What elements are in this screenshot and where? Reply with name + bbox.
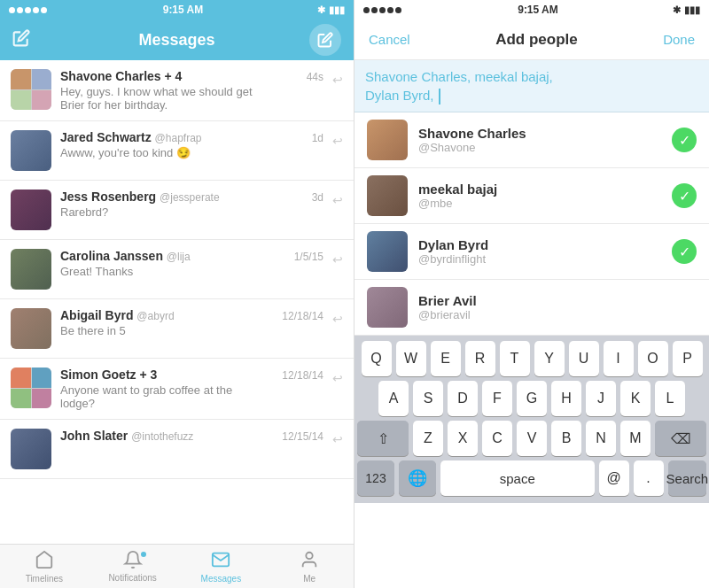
people-list: Shavone Charles @Shavone ✓ meekal bajaj … <box>354 112 709 336</box>
people-item[interactable]: Dylan Byrd @byrdinflight ✓ <box>354 224 709 280</box>
key-n[interactable]: N <box>586 421 616 456</box>
tab-me-label: Me <box>303 574 316 584</box>
message-content: Abigail Byrd @abyrd 12/18/14 Be there in… <box>60 308 323 337</box>
avatar <box>11 308 51 349</box>
key-t[interactable]: T <box>500 341 530 376</box>
reply-icon: ↩ <box>332 193 343 207</box>
people-item[interactable]: Brier Avil @brieravil <box>354 280 709 336</box>
key-v[interactable]: V <box>517 421 547 456</box>
space-key[interactable]: space <box>440 460 595 496</box>
people-handle: @brieravil <box>418 308 697 321</box>
right-battery-icon: ▮▮▮ <box>684 4 700 16</box>
key-z[interactable]: Z <box>413 421 443 456</box>
right-status-time: 9:15 AM <box>518 4 558 16</box>
key-p[interactable]: P <box>673 341 703 376</box>
message-content: Shavone Charles + 4 44s Hey, guys. I kno… <box>60 69 323 112</box>
tab-me[interactable]: Me <box>265 545 354 588</box>
tab-notifications[interactable]: Notifications <box>89 545 177 588</box>
tab-bar: Timelines Notifications Messages <box>0 544 354 588</box>
message-content: Jess Rosenberg @jessperate 3d Rarebrd? <box>60 190 323 219</box>
selected-check-icon: ✓ <box>672 128 697 152</box>
key-b[interactable]: B <box>551 421 581 456</box>
key-x[interactable]: X <box>448 421 478 456</box>
key-r[interactable]: R <box>465 341 495 376</box>
key-u[interactable]: U <box>569 341 599 376</box>
key-e[interactable]: E <box>431 341 461 376</box>
key-f[interactable]: F <box>482 381 512 416</box>
new-message-button[interactable] <box>309 24 341 56</box>
shift-key[interactable]: ⇧ <box>357 421 409 456</box>
avatar <box>11 429 51 469</box>
left-panel: 9:15 AM ✱ ▮▮▮ Messages <box>0 0 354 588</box>
message-time: 3d <box>312 191 323 204</box>
cancel-button[interactable]: Cancel <box>369 32 410 47</box>
right-panel: 9:15 AM ✱ ▮▮▮ Cancel Add people Done Sha… <box>354 0 709 588</box>
key-s[interactable]: S <box>413 381 443 416</box>
message-item[interactable]: Jared Schwartz @hapfrap 1d Awww, you're … <box>0 121 354 181</box>
reply-icon: ↩ <box>332 252 343 267</box>
people-handle: @mbe <box>418 197 661 210</box>
key-a[interactable]: A <box>378 381 409 416</box>
key-g[interactable]: G <box>517 381 547 416</box>
keyboard-row-2: A S D F G H J K L <box>357 381 706 416</box>
search-key[interactable]: Search <box>668 460 706 496</box>
message-item[interactable]: John Slater @intothefuzz 12/15/14 ↩ <box>0 420 354 479</box>
message-item[interactable]: Abigail Byrd @abyrd 12/18/14 Be there in… <box>0 299 354 359</box>
key-w[interactable]: W <box>396 341 426 376</box>
key-o[interactable]: O <box>638 341 668 376</box>
keyboard-bottom-row: 123 🌐 space @ . Search <box>357 460 706 496</box>
people-info: Brier Avil @brieravil <box>418 293 697 321</box>
left-status-bar: 9:15 AM ✱ ▮▮▮ <box>0 0 354 19</box>
tab-messages[interactable]: Messages <box>177 545 266 588</box>
key-h[interactable]: H <box>551 381 581 416</box>
message-preview: Awww, you're too kind 😏 <box>60 146 255 159</box>
numbers-key[interactable]: 123 <box>357 460 394 496</box>
people-item[interactable]: meekal bajaj @mbe ✓ <box>354 168 709 224</box>
message-content: Simon Goetz + 3 12/18/14 Anyone want to … <box>60 368 323 410</box>
people-info: Dylan Byrd @byrdinflight <box>418 237 661 266</box>
avatar <box>367 231 408 272</box>
people-handle: @Shavone <box>418 141 661 154</box>
globe-key[interactable]: 🌐 <box>399 460 436 496</box>
message-content: Jared Schwartz @hapfrap 1d Awww, you're … <box>60 130 323 159</box>
done-button[interactable]: Done <box>663 32 695 47</box>
message-item[interactable]: Jess Rosenberg @jessperate 3d Rarebrd? ↩ <box>0 181 354 240</box>
left-status-icons: ✱ ▮▮▮ <box>317 4 345 16</box>
me-icon <box>300 550 319 572</box>
message-content: John Slater @intothefuzz 12/15/14 <box>60 429 323 445</box>
message-item[interactable]: Simon Goetz + 3 12/18/14 Anyone want to … <box>0 359 354 420</box>
avatar <box>11 249 51 290</box>
message-item[interactable]: Shavone Charles + 4 44s Hey, guys. I kno… <box>0 60 354 121</box>
message-name: John Slater @intothefuzz <box>60 429 193 443</box>
key-m[interactable]: M <box>620 421 651 456</box>
compose-icon-left[interactable] <box>12 29 30 51</box>
bluetooth-icon: ✱ <box>317 4 325 16</box>
notifications-icon-wrapper <box>123 550 143 571</box>
dot-key[interactable]: . <box>634 460 664 496</box>
key-j[interactable]: J <box>586 381 616 416</box>
right-status-bar: 9:15 AM ✱ ▮▮▮ <box>354 0 709 19</box>
key-i[interactable]: I <box>604 341 634 376</box>
right-header-title: Add people <box>495 31 578 49</box>
message-name: Jess Rosenberg @jessperate <box>60 190 220 204</box>
key-y[interactable]: Y <box>534 341 565 376</box>
messages-icon <box>211 550 230 572</box>
people-handle: @byrdinflight <box>418 252 661 266</box>
people-item[interactable]: Shavone Charles @Shavone ✓ <box>354 112 709 168</box>
key-q[interactable]: Q <box>362 341 392 376</box>
message-time: 44s <box>307 71 323 83</box>
tab-timelines[interactable]: Timelines <box>0 545 89 588</box>
right-bluetooth-icon: ✱ <box>673 4 681 16</box>
at-key[interactable]: @ <box>599 460 629 496</box>
left-header-title: Messages <box>138 31 214 50</box>
reply-icon: ↩ <box>332 73 343 87</box>
key-c[interactable]: C <box>482 421 512 456</box>
key-k[interactable]: K <box>620 381 651 416</box>
key-l[interactable]: L <box>655 381 685 416</box>
delete-key[interactable]: ⌫ <box>655 421 706 456</box>
recipients-area[interactable]: Shavone Charles, meekal bajaj,Dylan Byrd… <box>354 60 709 112</box>
tab-timelines-label: Timelines <box>26 574 63 584</box>
key-d[interactable]: D <box>448 381 478 416</box>
message-preview: Rarebrd? <box>60 205 255 219</box>
message-item[interactable]: Carolina Janssen @lija 1/5/15 Great! Tha… <box>0 240 354 299</box>
